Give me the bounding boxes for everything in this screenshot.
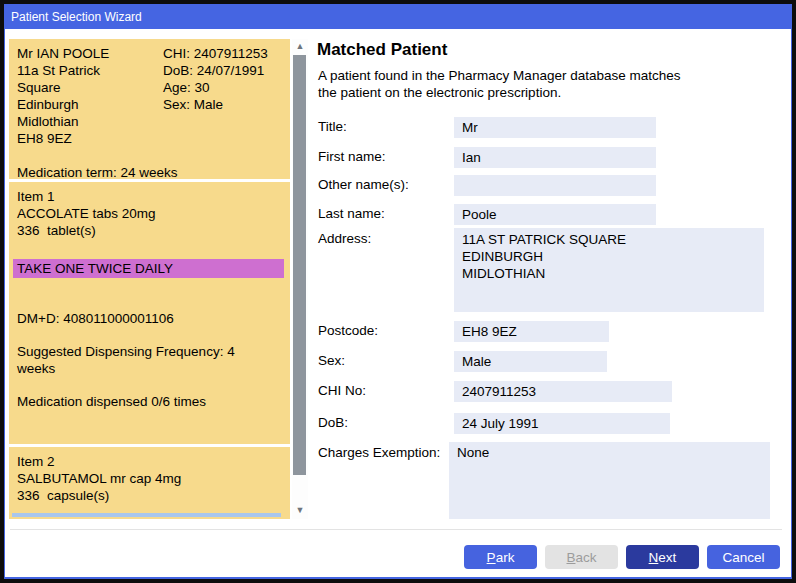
title-field[interactable]: Mr bbox=[454, 117, 656, 138]
dialog-body: Mr IAN POOLE 11a St Patrick Square Edinb… bbox=[5, 29, 791, 577]
patient-name: Mr IAN POOLE bbox=[17, 45, 163, 62]
chi-no-field[interactable]: 2407911253 bbox=[454, 381, 672, 402]
medication-term: Medication term: 24 weeks bbox=[17, 164, 282, 181]
back-button[interactable]: Back bbox=[545, 545, 618, 569]
dosage-highlight: TAKE ONE TWICE DAILY bbox=[13, 259, 284, 278]
patient-address-line: Midlothian bbox=[17, 113, 163, 130]
item-dmd-code: DM+D: 408011000001106 bbox=[17, 310, 282, 327]
first-name-field[interactable]: Ian bbox=[454, 147, 656, 168]
title-label: Title: bbox=[318, 119, 347, 134]
sex-label: Sex: bbox=[318, 353, 345, 368]
next-button[interactable]: Next bbox=[626, 545, 699, 569]
cancel-button[interactable]: Cancel bbox=[707, 545, 780, 569]
patient-address-line: 11a St Patrick bbox=[17, 62, 163, 79]
charges-exemption-field[interactable]: None bbox=[449, 442, 770, 519]
patient-chi: CHI: 2407911253 bbox=[163, 45, 282, 62]
footer-divider bbox=[10, 529, 782, 530]
scroll-up-icon[interactable]: ▲ bbox=[292, 39, 308, 53]
other-names-field[interactable] bbox=[454, 175, 656, 196]
dob-label: DoB: bbox=[318, 415, 348, 430]
prescription-item-card: Item 2 SALBUTAMOL mr cap 4mg 336 capsule… bbox=[9, 447, 290, 519]
page-description: A patient found in the Pharmacy Manager … bbox=[318, 67, 680, 101]
last-name-label: Last name: bbox=[318, 206, 385, 221]
item-quantity: 336 capsule(s) bbox=[17, 487, 282, 504]
patient-address-line: Edinburgh bbox=[17, 96, 163, 113]
prescription-item-card: Item 1 ACCOLATE tabs 20mg 336 tablet(s) … bbox=[9, 182, 290, 444]
item-dispensing-frequency: Suggested Dispensing Frequency: 4 weeks bbox=[17, 343, 267, 377]
postcode-label: Postcode: bbox=[318, 323, 378, 338]
window-title: Patient Selection Wizard bbox=[11, 10, 142, 24]
patient-address-line: EH8 9EZ bbox=[17, 130, 163, 147]
park-button[interactable]: Park bbox=[464, 545, 537, 569]
first-name-label: First name: bbox=[318, 149, 386, 164]
item-drug: ACCOLATE tabs 20mg bbox=[17, 205, 282, 222]
patient-selection-wizard-dialog: Patient Selection Wizard Mr IAN POOLE 11… bbox=[0, 0, 796, 583]
last-name-field[interactable]: Poole bbox=[454, 204, 656, 225]
chi-no-label: CHI No: bbox=[318, 383, 366, 398]
address-label: Address: bbox=[318, 231, 371, 246]
item-title: Item 1 bbox=[17, 188, 282, 205]
patient-dob: DoB: 24/07/1991 bbox=[163, 62, 282, 79]
address-field[interactable]: 11A ST PATRICK SQUARE EDINBURGH MIDLOTHI… bbox=[454, 228, 764, 312]
item-drug: SALBUTAMOL mr cap 4mg bbox=[17, 470, 282, 487]
patient-sex: Sex: Male bbox=[163, 96, 282, 113]
item-title: Item 2 bbox=[17, 453, 282, 470]
patient-address-line: Square bbox=[17, 79, 163, 96]
postcode-field[interactable]: EH8 9EZ bbox=[454, 321, 609, 342]
horizontal-scrollbar[interactable] bbox=[12, 513, 281, 517]
other-names-label: Other name(s): bbox=[318, 177, 409, 192]
charges-exemption-label: Charges Exemption: bbox=[318, 445, 440, 460]
sex-field[interactable]: Male bbox=[454, 351, 607, 372]
page-title: Matched Patient bbox=[317, 40, 447, 60]
patient-summary-card: Mr IAN POOLE 11a St Patrick Square Edinb… bbox=[9, 39, 290, 179]
scroll-down-icon[interactable]: ▼ bbox=[292, 503, 308, 517]
title-bar: Patient Selection Wizard bbox=[4, 4, 792, 29]
dob-field[interactable]: 24 July 1991 bbox=[454, 413, 670, 434]
prescription-scrollbar[interactable]: ▲ ▼ bbox=[292, 39, 308, 519]
scrollbar-thumb[interactable] bbox=[293, 55, 306, 475]
patient-age: Age: 30 bbox=[163, 79, 282, 96]
item-dispensed-count: Medication dispensed 0/6 times bbox=[17, 393, 282, 410]
item-quantity: 336 tablet(s) bbox=[17, 222, 282, 239]
